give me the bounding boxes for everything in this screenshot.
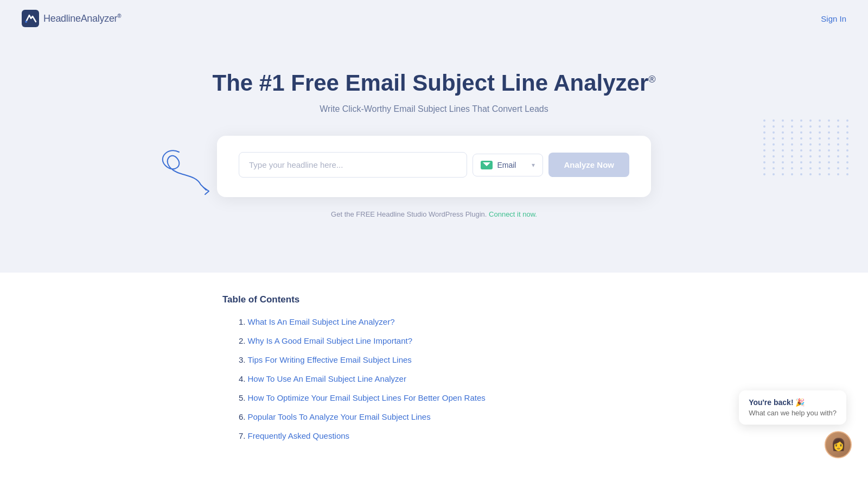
hero-title: The #1 Free Email Subject Line Analyzer® [11,70,857,97]
chat-avatar[interactable]: 👩 [825,431,852,458]
toc-num: 2. [239,336,246,345]
swirl-decoration [146,141,228,195]
toc-link-1[interactable]: What Is An Email Subject Line Analyzer? [248,317,395,326]
toc-item: 1.What Is An Email Subject Line Analyzer… [239,317,646,326]
navbar: HeadlineAnalyzer® Sign In [0,0,868,37]
toc-num: 1. [239,317,246,326]
toc-num: 4. [239,374,246,383]
chat-message-box: You're back! 🎉 What can we help you with… [739,390,846,425]
toc-item: 4.How To Use An Email Subject Line Analy… [239,374,646,383]
toc-link-6[interactable]: Popular Tools To Analyze Your Email Subj… [248,412,431,421]
svg-point-1 [25,21,27,23]
toc-num: 3. [239,355,246,364]
toc-item: 6.Popular Tools To Analyze Your Email Su… [239,412,646,421]
avatar-image: 👩 [826,431,851,458]
chevron-down-icon: ▾ [532,161,535,169]
toc-item: 5.How To Optimize Your Email Subject Lin… [239,393,646,402]
plugin-notice: Get the FREE Headline Studio WordPress P… [11,210,857,218]
main-content: Table of Contents 1.What Is An Email Sub… [0,273,868,480]
toc-link-5[interactable]: How To Optimize Your Email Subject Lines… [248,393,486,402]
logo-icon [22,10,39,27]
headline-input[interactable] [239,152,467,178]
toc-num: 6. [239,412,246,421]
type-label: Email [497,161,516,169]
toc-num: 5. [239,393,246,402]
hero-section: The #1 Free Email Subject Line Analyzer®… [0,37,868,229]
toc-link-7[interactable]: Frequently Asked Questions [248,431,350,440]
toc-item: 3.Tips For Writing Effective Email Subje… [239,355,646,364]
content-wrapper: Table of Contents 1.What Is An Email Sub… [190,273,678,480]
email-icon [481,161,493,169]
analyzer-box: Email ▾ Analyze Now [217,136,651,197]
toc-item: 7.Frequently Asked Questions [239,431,646,440]
toc-heading: Table of Contents [222,273,646,305]
logo-text: HeadlineAnalyzer® [43,13,121,24]
hero-subtitle: Write Click-Worthy Email Subject Lines T… [11,104,857,114]
toc-num: 7. [239,431,246,440]
toc-list: 1.What Is An Email Subject Line Analyzer… [222,317,646,472]
toc-item: 2.Why Is A Good Email Subject Line Impor… [239,336,646,345]
chat-body: What can we help you with? [749,409,837,417]
type-selector-dropdown[interactable]: Email ▾ [473,154,543,176]
sign-in-link[interactable]: Sign In [821,14,846,23]
connect-link[interactable]: Connect it now. [489,210,537,218]
toc-link-4[interactable]: How To Use An Email Subject Line Analyze… [248,374,406,383]
reg-mark: ® [648,74,655,85]
toc-link-3[interactable]: Tips For Writing Effective Email Subject… [248,355,412,364]
chat-bubble: You're back! 🎉 What can we help you with… [739,390,852,458]
analyzer-row: Email ▾ Analyze Now [239,152,629,178]
chat-header: You're back! 🎉 [749,398,837,407]
logo[interactable]: HeadlineAnalyzer® [22,10,121,27]
analyze-button[interactable]: Analyze Now [548,153,629,177]
toc-link-2[interactable]: Why Is A Good Email Subject Line Importa… [248,336,413,345]
